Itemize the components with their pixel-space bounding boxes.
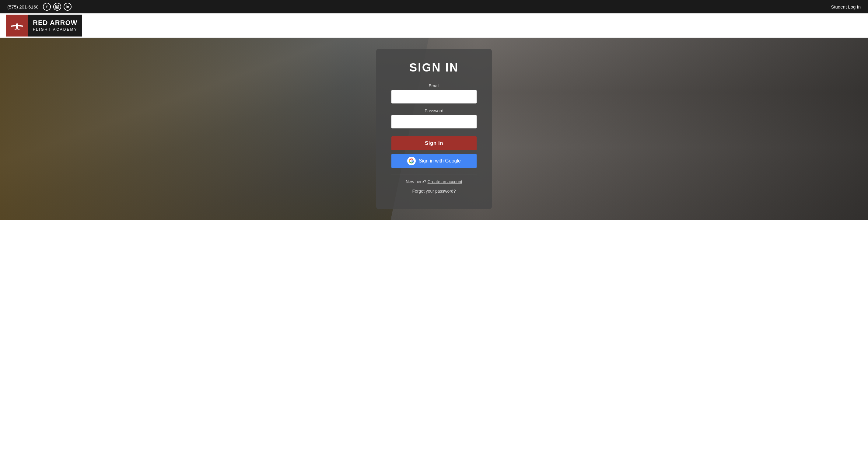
password-group: Password — [392, 108, 476, 128]
social-icons: f in — [43, 3, 71, 11]
google-icon — [407, 157, 416, 165]
linkedin-icon[interactable]: in — [64, 3, 71, 11]
instagram-icon[interactable] — [53, 3, 61, 11]
google-signin-button[interactable]: Sign in with Google — [392, 154, 476, 168]
facebook-icon[interactable]: f — [43, 3, 51, 11]
svg-rect-0 — [55, 5, 59, 8]
email-input[interactable] — [392, 90, 476, 103]
top-bar-left: (575) 201-6160 f in — [7, 3, 71, 11]
svg-point-1 — [56, 6, 58, 7]
header: RED ARROW FLIGHT ACADEMY — [0, 13, 868, 38]
logo-subtitle: FLIGHT ACADEMY — [33, 27, 77, 32]
create-account-text: New here? Create an account — [406, 179, 462, 184]
top-bar: (575) 201-6160 f in Student Log In — [0, 0, 868, 13]
email-group: Email — [392, 84, 476, 103]
svg-point-2 — [58, 5, 58, 6]
student-login-link[interactable]: Student Log In — [831, 4, 861, 9]
signin-modal: SIGN IN Email Password Sign in Sign in w… — [376, 49, 492, 209]
signin-title: SIGN IN — [409, 61, 459, 74]
signin-button[interactable]: Sign in — [392, 136, 476, 150]
logo[interactable]: RED ARROW FLIGHT ACADEMY — [6, 14, 82, 36]
create-account-link[interactable]: Create an account — [428, 179, 462, 184]
logo-title: RED ARROW — [33, 19, 77, 27]
forgot-password-link[interactable]: Forgot your password? — [412, 189, 456, 194]
new-here-text: New here? — [406, 179, 426, 184]
google-signin-label: Sign in with Google — [419, 158, 461, 164]
logo-text-block: RED ARROW FLIGHT ACADEMY — [28, 14, 82, 36]
password-input[interactable] — [392, 115, 476, 128]
main-area: SIGN IN Email Password Sign in Sign in w… — [0, 38, 868, 220]
divider — [392, 174, 476, 174]
phone-number: (575) 201-6160 — [7, 4, 39, 9]
logo-icon — [6, 14, 28, 36]
forgot-password-container: Forgot your password? — [412, 188, 456, 194]
email-label: Email — [392, 84, 476, 88]
password-label: Password — [392, 108, 476, 113]
